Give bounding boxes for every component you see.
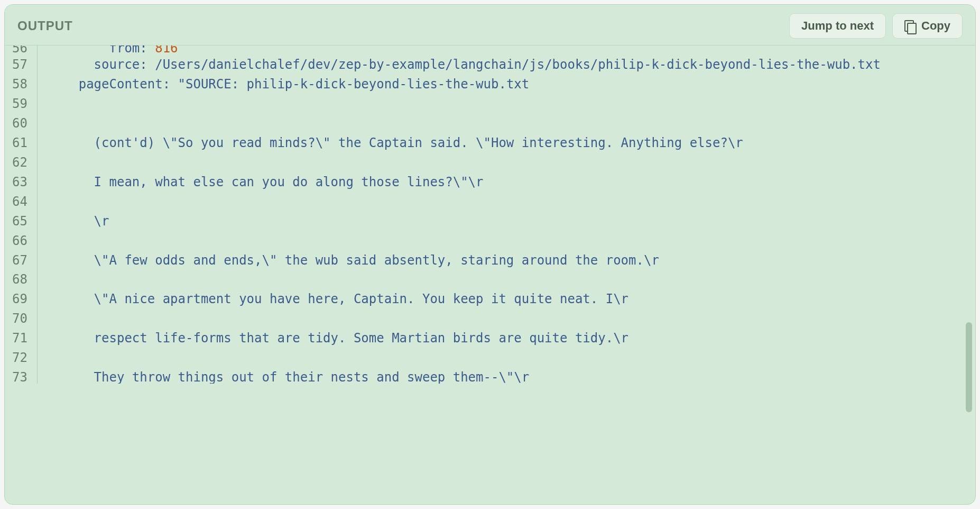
code-area[interactable]: 56 from: 81657 source: /Users/danielchal… <box>5 46 975 505</box>
line-number: 62 <box>5 153 38 172</box>
line-number: 61 <box>5 133 38 153</box>
line-content[interactable] <box>38 348 975 368</box>
code-line: 58 pageContent: "SOURCE: philip-k-dick-b… <box>5 75 975 94</box>
code-line: 62 <box>5 153 975 172</box>
code-line: 72 <box>5 348 975 368</box>
line-content[interactable] <box>38 192 975 212</box>
copy-label: Copy <box>921 19 950 33</box>
code-line: 64 <box>5 192 975 212</box>
jump-to-next-button[interactable]: Jump to next <box>789 13 886 39</box>
line-content[interactable]: \"A nice apartment you have here, Captai… <box>38 289 975 309</box>
header-actions: Jump to next Copy <box>789 13 963 39</box>
line-content[interactable] <box>38 231 975 251</box>
copy-icon <box>904 20 916 32</box>
line-content[interactable]: I mean, what else can you do along those… <box>38 172 975 192</box>
line-number: 66 <box>5 231 38 251</box>
code-line: 69 \"A nice apartment you have here, Cap… <box>5 289 975 309</box>
output-header: OUTPUT Jump to next Copy <box>5 5 975 46</box>
line-content[interactable]: They throw things out of their nests and… <box>38 368 975 384</box>
line-number: 67 <box>5 251 38 270</box>
jump-to-next-label: Jump to next <box>801 19 874 33</box>
line-number: 68 <box>5 270 38 289</box>
line-number: 65 <box>5 212 38 231</box>
code-line: 68 <box>5 270 975 289</box>
output-panel: OUTPUT Jump to next Copy 56 from: 81657 … <box>4 4 976 505</box>
code-line: 70 <box>5 309 975 329</box>
code-line: 59 <box>5 94 975 114</box>
line-number: 70 <box>5 309 38 329</box>
line-content[interactable]: from: 816 <box>38 46 975 55</box>
line-number: 63 <box>5 172 38 192</box>
code-line: 73 They throw things out of their nests … <box>5 368 975 384</box>
line-number: 71 <box>5 329 38 348</box>
line-content[interactable] <box>38 270 975 289</box>
code-line: 61 (cont'd) \"So you read minds?\" the C… <box>5 133 975 153</box>
code-line: 71 respect life-forms that are tidy. Som… <box>5 329 975 348</box>
line-content[interactable]: source: /Users/danielchalef/dev/zep-by-e… <box>38 55 975 75</box>
line-number: 56 <box>5 46 38 55</box>
line-number: 72 <box>5 348 38 368</box>
line-number: 69 <box>5 289 38 309</box>
line-content[interactable] <box>38 94 975 114</box>
code-line: 63 I mean, what else can you do along th… <box>5 172 975 192</box>
code-line: 56 from: 816 <box>5 46 975 55</box>
code-line: 66 <box>5 231 975 251</box>
line-content[interactable]: pageContent: "SOURCE: philip-k-dick-beyo… <box>38 75 975 94</box>
line-number: 59 <box>5 94 38 114</box>
line-content[interactable] <box>38 114 975 133</box>
line-number: 60 <box>5 114 38 133</box>
line-content[interactable]: \r <box>38 212 975 231</box>
line-content[interactable]: \"A few odds and ends,\" the wub said ab… <box>38 251 975 270</box>
code-line: 60 <box>5 114 975 133</box>
code-line: 65 \r <box>5 212 975 231</box>
output-title: OUTPUT <box>17 19 73 33</box>
line-content[interactable]: (cont'd) \"So you read minds?\" the Capt… <box>38 133 975 153</box>
line-number: 73 <box>5 368 38 384</box>
line-content[interactable] <box>38 309 975 329</box>
copy-button[interactable]: Copy <box>892 13 963 39</box>
line-number: 57 <box>5 55 38 75</box>
code-line: 67 \"A few odds and ends,\" the wub said… <box>5 251 975 270</box>
line-content[interactable] <box>38 153 975 172</box>
line-number: 58 <box>5 75 38 94</box>
scrollbar-thumb[interactable] <box>966 322 972 412</box>
line-number: 64 <box>5 192 38 212</box>
line-content[interactable]: respect life-forms that are tidy. Some M… <box>38 329 975 348</box>
code-line: 57 source: /Users/danielchalef/dev/zep-b… <box>5 55 975 75</box>
